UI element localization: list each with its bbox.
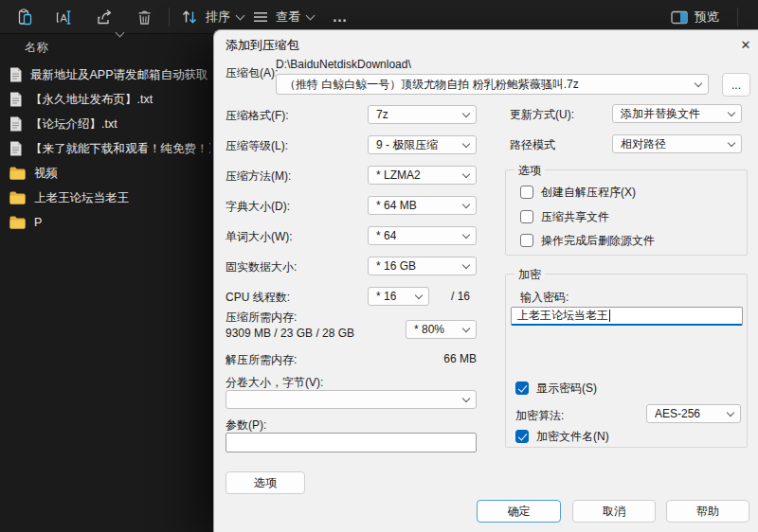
path-mode-select[interactable]: 相对路径 — [612, 134, 742, 153]
close-icon[interactable]: ✕ — [733, 34, 758, 56]
sort-label: 排序 — [206, 9, 230, 26]
delete-after-checkbox[interactable]: 操作完成后删除源文件 — [520, 233, 655, 248]
file-name: 最新地址及APP请发邮箱自动获取！！！ — [30, 67, 210, 83]
sort-button[interactable]: 排序 — [176, 3, 247, 31]
folder-icon — [9, 216, 26, 229]
dictionary-select[interactable]: * 64 MB — [368, 196, 477, 215]
view-button[interactable]: 查看 — [248, 3, 317, 31]
dialog-title: 添加到压缩包 — [226, 37, 299, 54]
algorithm-value: AES-256 — [655, 407, 700, 420]
encrypt-names-label: 加密文件名(N) — [536, 429, 609, 445]
create-sfx-checkbox[interactable]: 创建自解压程序(X) — [520, 185, 636, 200]
list-item[interactable]: 【永久地址发布页】.txt — [9, 87, 210, 112]
delete-button[interactable] — [129, 3, 159, 31]
options-groupbox: 选项 创建自解压程序(X) 压缩共享文件 操作完成后删除源文件 — [505, 169, 748, 256]
file-name: 视频 — [34, 166, 58, 182]
svg-text:A: A — [60, 11, 67, 23]
list-item[interactable]: 【来了就能下载和观看！纯免费！】.txt — [9, 136, 210, 161]
ok-button[interactable]: 确定 — [477, 500, 561, 523]
file-icon — [9, 116, 22, 132]
checkbox-unchecked-icon — [520, 186, 533, 199]
chevron-down-icon — [462, 169, 470, 177]
chevron-down-icon — [462, 260, 470, 268]
method-select[interactable]: * LZMA2 — [368, 166, 477, 185]
list-item[interactable]: 上老王论坛当老王 — [9, 186, 210, 210]
delete-after-label: 操作完成后删除源文件 — [541, 233, 655, 249]
solid-block-value: * 16 GB — [376, 259, 416, 273]
encryption-group-title: 加密 — [514, 267, 545, 283]
password-input[interactable]: 上老王论坛当老王 — [511, 307, 743, 326]
chevron-down-icon — [462, 200, 470, 207]
cpu-threads-max: / 16 — [451, 290, 470, 303]
archive-label: 压缩包(A): — [226, 65, 278, 81]
browse-button[interactable]: ... — [722, 73, 750, 97]
split-size-label: 分卷大小，字节(V): — [226, 375, 323, 391]
list-item[interactable]: 视频 — [9, 161, 210, 186]
encrypt-names-checkbox[interactable]: 加密文件名(N) — [515, 429, 609, 444]
list-item[interactable]: 最新地址及APP请发邮箱自动获取！！！ — [9, 62, 210, 87]
checkbox-unchecked-icon — [520, 234, 533, 247]
file-name: 【永久地址发布页】.txt — [30, 92, 153, 108]
cpu-threads-label: CPU 线程数: — [226, 290, 290, 306]
compress-shared-label: 压缩共享文件 — [541, 209, 609, 225]
path-mode-value: 相对路径 — [621, 136, 666, 152]
rename-button[interactable]: A — [49, 3, 80, 31]
column-header-name[interactable]: 名称 — [25, 40, 48, 56]
encryption-groupbox: 加密 输入密码: 上老王论坛当老王 显示密码(S) 加密算法: AES-256 … — [505, 274, 748, 448]
preview-pane-icon — [671, 10, 688, 25]
format-select[interactable]: 7z — [368, 105, 477, 124]
list-item[interactable]: 【论坛介绍】.txt — [9, 112, 210, 136]
folder-icon — [9, 191, 26, 204]
memory-percent-value: * 80% — [414, 323, 444, 336]
help-button[interactable]: 帮助 — [666, 500, 749, 523]
folder-icon — [9, 167, 26, 180]
word-size-value: * 64 — [376, 229, 396, 242]
parameters-input[interactable] — [226, 433, 477, 452]
create-sfx-label: 创建自解压程序(X) — [541, 185, 636, 201]
algorithm-select[interactable]: AES-256 — [646, 404, 741, 423]
cancel-button[interactable]: 取消 — [572, 500, 656, 523]
clipboard-paste-icon — [16, 9, 34, 27]
chevron-down-icon — [462, 394, 470, 401]
chevron-down-icon — [728, 108, 735, 115]
solid-block-label: 固实数据大小: — [226, 259, 297, 275]
word-size-select[interactable]: * 64 — [368, 226, 477, 245]
method-value: * LZMA2 — [376, 168, 421, 182]
share-button[interactable] — [89, 3, 119, 31]
password-label: 输入密码: — [520, 290, 568, 306]
level-value: 9 - 极限压缩 — [376, 137, 438, 153]
level-select[interactable]: 9 - 极限压缩 — [368, 135, 477, 154]
file-icon — [9, 67, 22, 82]
split-size-combo[interactable] — [226, 390, 477, 409]
toolbar-divider — [737, 8, 738, 27]
toolbar-divider — [169, 8, 170, 27]
cpu-threads-select[interactable]: * 16 — [368, 287, 429, 306]
chevron-down-icon — [462, 230, 470, 238]
file-icon — [9, 92, 22, 107]
list-item[interactable]: P — [9, 210, 210, 235]
memory-percent-select[interactable]: * 80% — [406, 320, 477, 339]
preview-label: 预览 — [695, 9, 719, 26]
dictionary-label: 字典大小(D): — [226, 199, 290, 215]
memory-compress-detail: 9309 MB / 23 GB / 28 GB — [226, 327, 354, 340]
paste-button[interactable] — [9, 3, 40, 31]
solid-block-select[interactable]: * 16 GB — [368, 257, 477, 275]
archive-directory: D:\BaiduNetdiskDownload\ — [276, 58, 411, 71]
compress-shared-checkbox[interactable]: 压缩共享文件 — [520, 209, 609, 224]
chevron-down-icon — [462, 324, 470, 331]
archive-name-combo[interactable]: （推特 白鲸白鲸一号）顶级尤物自拍 粉乳粉鲍紫薇骚叫.7z — [276, 74, 709, 95]
password-value: 上老王论坛当老王 — [517, 308, 608, 324]
checkbox-checked-icon — [515, 430, 529, 443]
view-list-icon — [252, 9, 269, 26]
word-size-label: 单词大小(W): — [226, 229, 293, 245]
preview-toggle-button[interactable]: 预览 — [667, 3, 723, 31]
file-name: 上老王论坛当老王 — [34, 190, 129, 206]
more-options-button[interactable]: … — [326, 3, 354, 31]
chevron-down-icon — [462, 109, 470, 116]
algorithm-label: 加密算法: — [515, 408, 564, 424]
memory-decompress-label: 解压所需内存: — [226, 352, 297, 368]
show-password-label: 显示密码(S) — [536, 381, 597, 397]
options-button[interactable]: 选项 — [226, 471, 305, 494]
update-mode-select[interactable]: 添加并替换文件 — [612, 104, 742, 123]
show-password-checkbox[interactable]: 显示密码(S) — [515, 381, 597, 396]
